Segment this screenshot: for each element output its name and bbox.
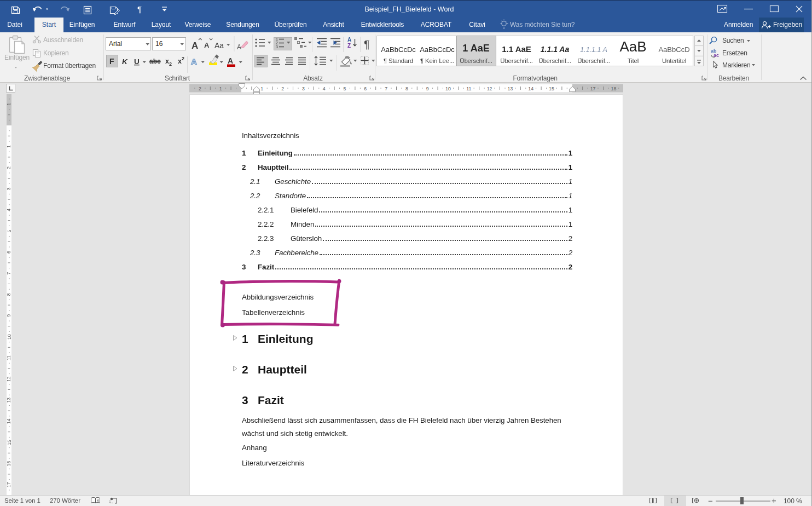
svg-text:2: 2 [199,86,201,91]
svg-text:3: 3 [7,187,12,190]
svg-text:A: A [347,37,351,43]
svg-text:F: F [109,57,114,66]
svg-text:1: 1 [260,86,263,91]
svg-text:10: 10 [7,334,12,340]
svg-text:2: 2 [169,61,172,67]
svg-text:Aa: Aa [214,41,224,50]
svg-text:1: 1 [276,37,278,41]
svg-text:7: 7 [7,272,12,275]
svg-text:10: 10 [445,86,451,91]
svg-text:Z: Z [347,43,351,49]
svg-text:8: 8 [7,293,12,296]
svg-text:17: 17 [7,482,12,487]
svg-text:4: 4 [7,209,12,211]
svg-text:7: 7 [385,86,387,91]
svg-text:15: 15 [549,86,554,91]
svg-text:6: 6 [364,86,367,91]
svg-text:x: x [165,58,169,65]
svg-text:8: 8 [405,86,408,91]
svg-text:x: x [178,58,182,65]
svg-text:12: 12 [487,86,492,91]
svg-text:14: 14 [528,86,533,91]
svg-text:13: 13 [508,86,513,91]
svg-text:A: A [192,41,198,51]
svg-text:9: 9 [7,314,12,317]
svg-text:2: 2 [281,86,284,91]
svg-text:x: x [97,498,99,503]
svg-text:1: 1 [7,103,12,106]
svg-text:5: 5 [344,86,346,91]
svg-text:A: A [237,43,241,51]
svg-text:9: 9 [426,86,429,91]
svg-text:17: 17 [590,86,596,91]
svg-text:1: 1 [7,145,12,148]
svg-text:11: 11 [466,86,471,91]
svg-text:3: 3 [276,45,278,49]
svg-text:16: 16 [7,461,12,467]
svg-text:A: A [191,57,197,66]
svg-text:2: 2 [7,166,12,169]
svg-text:1: 1 [219,86,222,91]
svg-text:K: K [122,58,128,66]
svg-text:¶: ¶ [364,38,370,50]
svg-text:A: A [204,41,210,49]
svg-text:3: 3 [302,86,305,91]
svg-text:14: 14 [7,418,12,424]
svg-text:5: 5 [7,229,12,232]
svg-text:11: 11 [7,355,12,360]
svg-text:15: 15 [7,440,12,445]
svg-text:6: 6 [7,251,12,254]
svg-text:abc: abc [149,58,161,65]
svg-text:4: 4 [323,86,326,91]
svg-text:2: 2 [276,41,278,45]
svg-text:U: U [134,58,140,66]
svg-text:13: 13 [7,398,12,403]
svg-text:18: 18 [611,86,617,91]
svg-text:A: A [228,56,233,65]
svg-text:2: 2 [182,56,184,61]
svg-text:12: 12 [7,376,12,382]
